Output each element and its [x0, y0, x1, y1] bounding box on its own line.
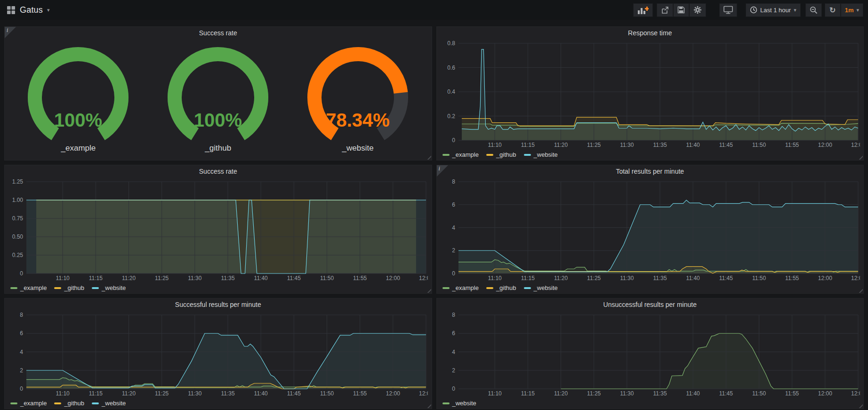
legend-item-_example[interactable]: _example — [10, 400, 47, 407]
success-rate-ts-legend: _example_github_website — [10, 284, 126, 291]
panel-resize-handle[interactable] — [859, 404, 863, 408]
legend-swatch — [524, 287, 531, 289]
legend-item-_example[interactable]: _example — [442, 284, 479, 291]
x-tick-label: 11:15 — [521, 390, 534, 397]
panel-title[interactable]: Success rate — [5, 27, 432, 39]
successful-results-chart-svg[interactable]: 0246811:1011:1511:2011:2511:3011:3511:40… — [7, 311, 428, 397]
legend-label: _website — [452, 400, 476, 407]
legend-label: _website — [534, 284, 558, 291]
panel-response-time: Response time 00.20.40.60.811:1011:1511:… — [436, 26, 864, 161]
share-dashboard-button[interactable] — [657, 3, 673, 17]
legend-item-_website[interactable]: _website — [524, 151, 558, 158]
x-tick-label: 11:30 — [620, 390, 634, 397]
dashboard-dropdown-caret[interactable]: ▾ — [47, 7, 50, 13]
dashboards-grid-icon[interactable] — [7, 6, 16, 15]
legend-item-_github[interactable]: _github — [486, 284, 516, 291]
panel-resize-handle[interactable] — [859, 155, 863, 160]
gear-icon — [693, 6, 702, 14]
zoom-out-icon — [810, 6, 818, 14]
legend-item-_website[interactable]: _website — [442, 400, 476, 407]
x-tick-label: 11:55 — [785, 390, 799, 397]
dashboard-grid: Success rate 100%_example100%_github78.3… — [0, 20, 868, 409]
gauge-_example: 100%_example — [19, 46, 137, 153]
legend-label: _github — [64, 400, 84, 407]
x-tick-label: 11:40 — [254, 275, 268, 281]
legend-swatch — [54, 402, 61, 404]
x-tick-label: 11:10 — [56, 275, 70, 281]
panel-title[interactable]: Success rate — [5, 165, 432, 177]
success-rate-ts-chart-area[interactable]: 00.250.500.751.001.2511:1011:1511:2011:2… — [7, 178, 428, 282]
legend-item-_github[interactable]: _github — [54, 284, 84, 291]
legend-item-_example[interactable]: _example — [10, 284, 47, 291]
x-tick-label: 11:45 — [719, 142, 732, 148]
x-tick-label: 11:20 — [122, 275, 136, 281]
legend-swatch — [524, 154, 531, 156]
gauge-_website: 78.34%_website — [298, 46, 417, 153]
success-rate-ts-chart-svg[interactable]: 00.250.500.751.001.2511:1011:1511:2011:2… — [7, 178, 428, 282]
legend-item-_github[interactable]: _github — [486, 151, 516, 158]
panel-info-icon[interactable]: i — [5, 27, 16, 38]
total-results-chart-svg[interactable]: 0246811:1011:1511:2011:2511:3011:3511:40… — [439, 178, 860, 282]
tv-mode-button[interactable] — [719, 3, 737, 17]
series-area-_website — [26, 333, 426, 389]
panel-title[interactable]: Unsuccessful results per minute — [437, 298, 864, 310]
y-tick-label: 2 — [452, 247, 455, 254]
legend-item-_website[interactable]: _website — [92, 400, 126, 407]
gauge-value: 78.34% — [326, 110, 390, 130]
y-tick-label: 0.50 — [12, 233, 24, 240]
x-tick-label: 11:30 — [620, 142, 634, 148]
panel-title[interactable]: Total results per minute — [437, 165, 864, 177]
y-tick-label: 0.8 — [447, 40, 455, 47]
panel-resize-handle[interactable] — [427, 404, 431, 408]
legend-swatch — [486, 154, 493, 156]
legend-item-_website[interactable]: _website — [92, 284, 126, 291]
legend-swatch — [92, 287, 99, 289]
navbar: Gatus ▾ — [0, 0, 868, 20]
dashboard-title[interactable]: Gatus — [20, 5, 43, 15]
unsuccessful-results-legend: _website — [442, 400, 476, 407]
x-tick-label: 11:35 — [221, 275, 234, 281]
x-tick-label: 11:35 — [653, 275, 667, 281]
refresh-interval-picker[interactable]: 1m ▾ — [841, 3, 863, 17]
zoom-out-button[interactable] — [805, 3, 822, 17]
panel-resize-handle[interactable] — [427, 155, 431, 160]
x-tick-label: 12:00 — [386, 275, 400, 281]
x-tick-label: 11:10 — [488, 142, 501, 148]
legend-swatch — [486, 287, 493, 289]
y-tick-label: 0.25 — [12, 252, 24, 258]
gauge-value: 100% — [54, 110, 102, 130]
legend-swatch — [10, 402, 17, 404]
legend-item-_example[interactable]: _example — [442, 151, 479, 158]
x-tick-label: 11:55 — [353, 275, 367, 281]
x-tick-label: 11:25 — [587, 275, 601, 281]
panel-info-icon[interactable]: i — [437, 165, 448, 177]
y-tick-label: 4 — [20, 349, 23, 355]
legend-item-_website[interactable]: _website — [524, 284, 558, 291]
x-tick-label: 12:00 — [818, 142, 832, 148]
response-time-chart-svg[interactable]: 00.20.40.60.811:1011:1511:2011:2511:3011… — [439, 40, 860, 149]
refresh-button[interactable]: ↻ — [825, 3, 841, 17]
x-tick-label: 12:05 — [419, 390, 428, 397]
dashboard-settings-button[interactable] — [689, 3, 706, 17]
panel-title[interactable]: Successful results per minute — [5, 298, 432, 310]
legend-item-_github[interactable]: _github — [54, 400, 84, 407]
unsuccessful-results-chart-svg[interactable]: 0246811:1011:1511:2011:2511:3011:3511:40… — [439, 311, 860, 397]
response-time-chart-area[interactable]: 00.20.40.60.811:1011:1511:2011:2511:3011… — [439, 40, 860, 149]
legend-swatch — [54, 287, 61, 289]
time-range-picker[interactable]: Last 1 hour ▾ — [746, 3, 801, 17]
panel-body: 100%_example100%_github78.34%_website — [5, 39, 432, 160]
successful-results-chart-area[interactable]: 0246811:1011:1511:2011:2511:3011:3511:40… — [7, 311, 428, 397]
panel-success-rate-gauges: Success rate 100%_example100%_github78.3… — [4, 26, 432, 161]
save-dashboard-button[interactable] — [673, 3, 689, 17]
add-panel-button[interactable] — [633, 3, 653, 17]
refresh-icon: ↻ — [829, 6, 836, 15]
panel-resize-handle[interactable] — [427, 289, 431, 293]
panel-resize-handle[interactable] — [859, 289, 863, 293]
y-tick-label: 6 — [452, 330, 455, 337]
gauge-value: 100% — [194, 110, 242, 130]
series-area-_website — [561, 333, 858, 389]
x-tick-label: 11:50 — [752, 390, 765, 397]
unsuccessful-results-chart-area[interactable]: 0246811:1011:1511:2011:2511:3011:3511:40… — [439, 311, 860, 397]
panel-title[interactable]: Response time — [437, 27, 864, 39]
total-results-chart-area[interactable]: 0246811:1011:1511:2011:2511:3011:3511:40… — [439, 178, 860, 282]
